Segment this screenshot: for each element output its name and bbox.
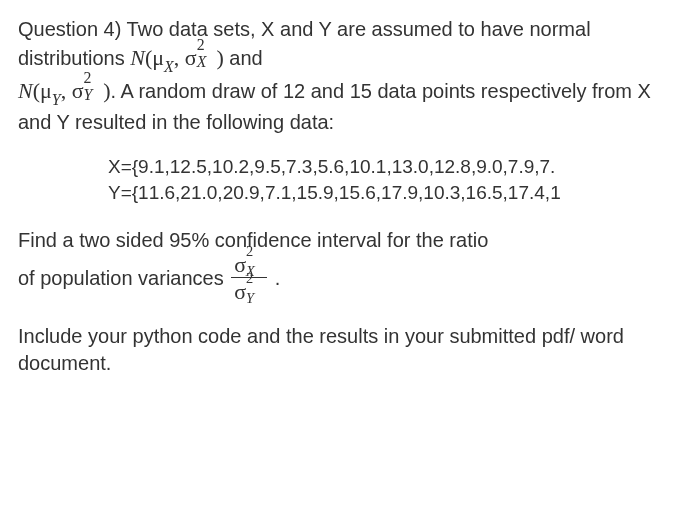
dist-y: N(μY, σ2Y) [18, 78, 111, 103]
find-line-1: Find a two sided 95% confidence interval… [18, 227, 682, 254]
question-prefix: Question 4) [18, 18, 127, 40]
data-y: Y={11.6,21.0,20.9,7.1,15.9,15.6,17.9,10.… [108, 180, 682, 207]
include-instructions: Include your python code and the results… [18, 323, 682, 377]
data-x: X={9.1,12.5,10.2,9.5,7.3,5.6,10.1,13.0,1… [108, 154, 682, 181]
and-text: and [224, 47, 263, 69]
dist-x: N(μX, σ2X) [130, 45, 223, 70]
find-interval: Find a two sided 95% confidence interval… [18, 227, 682, 305]
question-intro: Question 4) Two data sets, X and Y are a… [18, 16, 682, 136]
find-line-2: of population variances σ2X σ2Y . [18, 254, 682, 305]
variance-ratio-fraction: σ2X σ2Y [231, 252, 267, 303]
intro-text-2: . A random draw of 12 and 15 data points… [18, 80, 651, 133]
data-sets: X={9.1,12.5,10.2,9.5,7.3,5.6,10.1,13.0,1… [108, 154, 682, 207]
